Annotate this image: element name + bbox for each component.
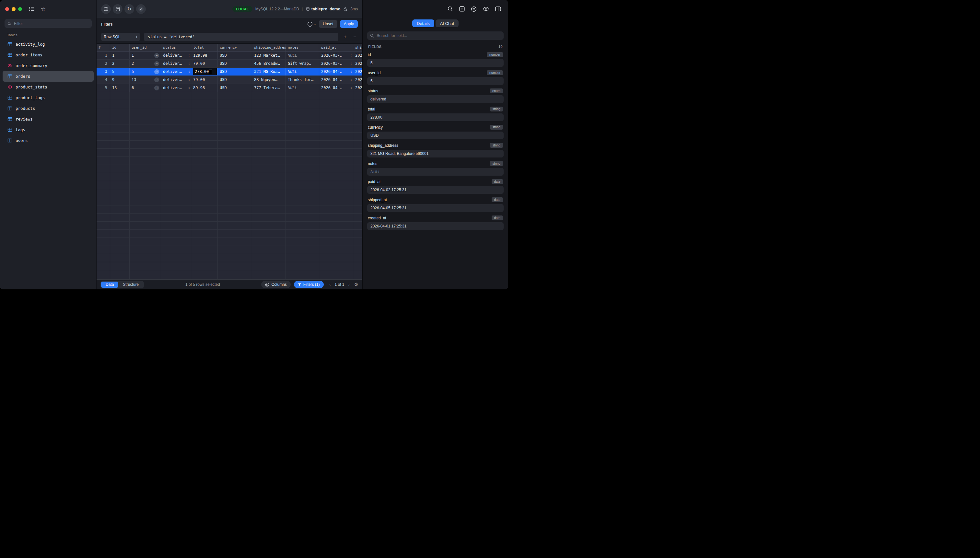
minimize-window-button[interactable] [11, 7, 16, 11]
enum-stepper-icon[interactable] [189, 54, 190, 57]
cell-currency: USD [218, 68, 252, 75]
remove-filter-button[interactable]: − [352, 34, 358, 40]
commit-check-icon[interactable] [136, 4, 146, 14]
table-row[interactable]: 1 1 1 deliver… 129.98 USD 123 Market… NU… [97, 51, 362, 60]
zoom-window-button[interactable] [18, 7, 22, 11]
selection-info: 1 of 5 rows selected [147, 282, 258, 287]
foreign-key-arrow-icon[interactable] [154, 77, 159, 82]
sidebar-item-order-summary[interactable]: order_summary [3, 60, 94, 71]
sidebar-item-product-stats[interactable]: product_stats [3, 82, 94, 92]
filters-count-button[interactable]: Filters (1) [294, 281, 324, 288]
header-currency[interactable]: currency [218, 44, 252, 51]
enum-stepper-icon[interactable] [189, 62, 190, 66]
foreign-key-arrow-icon[interactable] [154, 69, 159, 74]
header-paid-at[interactable]: paid_at [319, 44, 353, 51]
inline-edit-input[interactable]: 278.00 [193, 68, 217, 75]
filter-mode-select[interactable]: Raw SQL [101, 33, 140, 41]
fields-label: FIELDS [368, 45, 382, 49]
tab-details[interactable]: Details [412, 20, 434, 27]
field-value[interactable]: 5 [367, 77, 504, 85]
globe-button[interactable] [101, 4, 111, 14]
field-value[interactable]: delivered [367, 95, 504, 103]
filter-query-input[interactable] [147, 34, 335, 39]
header-status[interactable]: status [161, 44, 191, 51]
sidebar-item-orders[interactable]: orders [3, 71, 94, 82]
header-total[interactable]: total [191, 44, 218, 51]
field-search[interactable] [367, 31, 504, 40]
sidebar-item-activity-log[interactable]: activity_log [3, 39, 94, 49]
status-bar: Data Structure 1 of 5 rows selected Colu… [97, 279, 362, 289]
sidebar-filter-input[interactable] [13, 21, 89, 26]
tab-data[interactable]: Data [101, 282, 118, 288]
next-page-button[interactable]: › [348, 282, 350, 287]
apply-button[interactable]: Apply [340, 20, 358, 28]
table-row[interactable]: 5 13 6 deliver… 89.98 USD 777 Tehera… NU… [97, 84, 362, 92]
panel-toggle-icon[interactable] [495, 7, 501, 11]
columns-button[interactable]: Columns [261, 281, 291, 288]
cell-shipping-address: 321 MG Roa… [252, 68, 286, 75]
sidebar-item-reviews[interactable]: reviews [3, 114, 94, 125]
enum-stepper-icon[interactable] [189, 86, 190, 90]
table-name: users [16, 138, 28, 143]
foreign-key-arrow-icon[interactable] [154, 53, 159, 58]
cell-notes: NULL [286, 68, 319, 75]
refresh-icon[interactable]: ↻ [125, 4, 134, 14]
date-stepper-icon[interactable] [351, 78, 351, 82]
foreign-key-arrow-icon[interactable] [154, 61, 159, 66]
sidebar-item-order-items[interactable]: order_items [3, 49, 94, 60]
date-stepper-icon[interactable] [351, 54, 351, 57]
cell-paid-at: 2026-04-… [319, 76, 353, 84]
field-value[interactable]: 2026-04-01 17:25:31 [367, 222, 504, 230]
field-value[interactable]: NULL [367, 168, 504, 176]
foreign-key-arrow-icon[interactable] [154, 85, 159, 90]
table-row[interactable]: 4 9 13 deliver… 79.00 USD 88 Nguyen… Tha… [97, 76, 362, 84]
header-shipping-address[interactable]: shipping_address [252, 44, 286, 51]
favorites-star-icon[interactable]: ☆ [41, 6, 46, 12]
header-notes[interactable]: notes [286, 44, 319, 51]
table-row-selected[interactable]: 3 5 5 deliver… 278.00 USD 321 MG Roa… NU… [97, 68, 362, 76]
cell-status: deliver… [161, 51, 191, 59]
field-value[interactable]: 321 MG Road, Bangalore 560001 [367, 150, 504, 158]
menu-circle-icon[interactable] [471, 6, 477, 12]
settings-gear-icon[interactable]: ⚙ [354, 282, 358, 287]
sidebar-item-tags[interactable]: tags [3, 125, 94, 135]
sidebar-item-users[interactable]: users [3, 135, 94, 146]
field-name: id [368, 53, 371, 57]
cell-notes: Gift wrap… [286, 60, 319, 67]
date-stepper-icon[interactable] [351, 86, 351, 90]
sidebar-filter[interactable] [5, 19, 92, 28]
table-row[interactable]: 2 2 2 deliver… 79.00 USD 456 Broadw… Gif… [97, 60, 362, 68]
sidebar-item-products[interactable]: products [3, 103, 94, 114]
tab-structure[interactable]: Structure [118, 282, 143, 288]
enum-stepper-icon[interactable] [189, 78, 190, 82]
date-stepper-icon[interactable] [351, 62, 351, 66]
add-record-icon[interactable] [459, 6, 465, 11]
header-user-id[interactable]: user_id [130, 44, 161, 51]
eye-icon[interactable] [483, 7, 489, 11]
search-icon[interactable] [448, 6, 453, 11]
date-stepper-icon[interactable] [351, 70, 351, 74]
field-type-badge: string [490, 107, 503, 112]
header-id[interactable]: id [110, 44, 130, 51]
add-filter-button[interactable]: + [342, 34, 348, 40]
field-value[interactable]: USD [367, 131, 504, 140]
filters-menu-button[interactable]: ⌄ [307, 21, 316, 27]
sidebar-list-icon[interactable] [29, 7, 34, 11]
field-search-input[interactable] [376, 33, 501, 38]
close-window-button[interactable] [5, 7, 9, 11]
unset-button[interactable]: Unset [319, 20, 337, 28]
tab-ai-chat[interactable]: AI Chat [435, 20, 458, 27]
header-row-number[interactable]: # [97, 44, 110, 51]
details-panel: Details AI Chat FIELDS 10 idnumber 5 use… [362, 0, 508, 289]
field-value[interactable]: 278.00 [367, 113, 504, 121]
field-value[interactable]: 5 [367, 59, 504, 67]
database-button[interactable] [113, 4, 123, 14]
cell-shipping-address: 123 Market… [252, 51, 286, 59]
sidebar-item-product-tags[interactable]: product_tags [3, 92, 94, 103]
enum-stepper-icon[interactable] [189, 70, 190, 74]
header-shipped-at[interactable]: ship [353, 44, 362, 51]
field-value[interactable]: 2026-04-05 17:25:31 [367, 204, 504, 212]
cell-notes: Thanks for… [286, 76, 319, 84]
field-value[interactable]: 2026-04-02 17:25:31 [367, 186, 504, 194]
prev-page-button[interactable]: ‹ [330, 282, 331, 287]
